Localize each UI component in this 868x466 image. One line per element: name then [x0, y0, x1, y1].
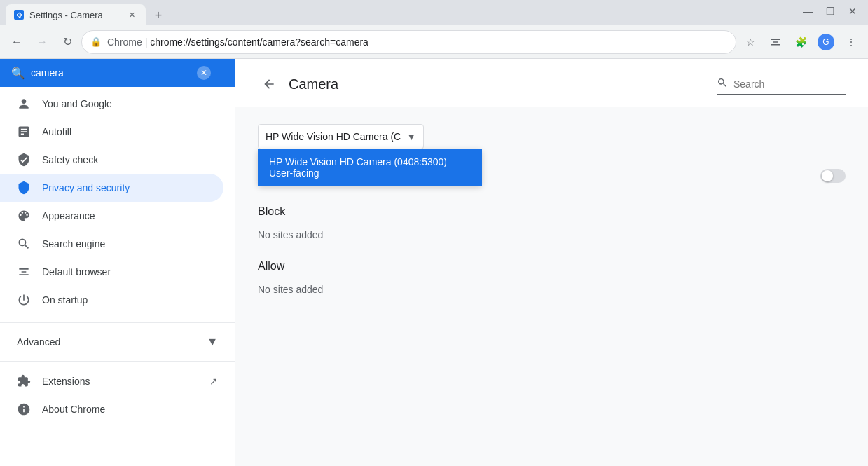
sidebar-item-privacy-and-security[interactable]: Privacy and security: [0, 174, 223, 202]
page-header-left: Camera: [258, 73, 338, 95]
address-protocol: Chrome: [107, 36, 142, 48]
sidebar-item-about-chrome[interactable]: About Chrome: [0, 395, 223, 423]
search-engine-icon: [17, 237, 31, 251]
block-section-title: Block: [258, 205, 846, 218]
close-button[interactable]: ✕: [843, 1, 862, 21]
blocked-toggle[interactable]: [820, 169, 846, 183]
address-bar[interactable]: 🔒 Chrome | chrome://settings/content/cam…: [81, 30, 736, 54]
camera-dropdown-menu: HP Wide Vision HD Camera (0408:5300) Use…: [258, 149, 482, 186]
camera-option-1[interactable]: HP Wide Vision HD Camera (0408:5300) Use…: [258, 149, 482, 186]
sidebar: 🔍 ✕ You and Google: [0, 59, 235, 466]
tab-close-button[interactable]: ✕: [126, 9, 137, 20]
default-browser-icon: [17, 265, 31, 279]
camera-search: [717, 74, 846, 95]
sidebar-nav: You and Google Autofill Safety check: [0, 87, 235, 317]
search-input[interactable]: [31, 67, 190, 78]
page-header: Camera: [235, 59, 868, 107]
chrome-menu-button[interactable]: ⋮: [840, 31, 862, 53]
dropdown-arrow-icon: ▼: [406, 131, 416, 142]
sidebar-item-label: Default browser: [42, 266, 111, 277]
address-text: Chrome | chrome://settings/content/camer…: [107, 36, 727, 48]
about-chrome-icon: [17, 402, 31, 416]
back-button[interactable]: ←: [6, 31, 28, 53]
extensions-button[interactable]: 🧩: [790, 31, 812, 53]
privacy-icon: [17, 181, 31, 195]
search-clear-button[interactable]: ✕: [197, 66, 211, 80]
search-icon: 🔍: [11, 67, 25, 80]
address-url: chrome://settings/content/camera?search=…: [150, 36, 368, 48]
search-input-wrapper: 🔍: [11, 67, 190, 80]
bookmark-button[interactable]: ☆: [739, 31, 762, 53]
sidebar-item-search-engine[interactable]: Search engine: [0, 230, 223, 258]
extensions-nav-icon: [17, 374, 31, 388]
appearance-icon: [17, 209, 31, 223]
reload-button[interactable]: ↻: [56, 31, 78, 53]
active-tab[interactable]: ⚙ Settings - Camera ✕: [6, 4, 146, 25]
sidebar-item-safety-check[interactable]: Safety check: [0, 146, 223, 174]
sidebar-item-label: Privacy and security: [42, 182, 130, 193]
sidebar-item-appearance[interactable]: Appearance: [0, 202, 223, 230]
camera-search-input[interactable]: [733, 78, 846, 90]
sidebar-item-label: Search engine: [42, 238, 105, 249]
sidebar-divider-1: [0, 322, 235, 323]
new-tab-button[interactable]: +: [149, 6, 168, 25]
tab-title: Settings - Camera: [29, 10, 103, 20]
allow-section-title: Allow: [258, 260, 846, 273]
tab-favicon: ⚙: [14, 10, 24, 20]
nav-actions: ☆ 🧩 G ⋮: [739, 31, 862, 53]
autofill-icon: [17, 125, 31, 139]
main-content: Camera HP Wide Vision HD Camera (C ▼: [235, 59, 868, 466]
content-area: HP Wide Vision HD Camera (C ▼ HP Wide Vi…: [235, 107, 868, 317]
chevron-down-icon: ▼: [207, 336, 218, 348]
sidebar-item-label: On startup: [42, 294, 88, 306]
person-icon: [17, 97, 31, 111]
allow-no-sites: No sites added: [258, 278, 846, 301]
camera-selected-text: HP Wide Vision HD Camera (C: [266, 131, 401, 142]
extensions-label: Extensions: [42, 376, 90, 387]
settings-search-bar: 🔍 ✕: [0, 59, 235, 87]
camera-search-icon: [717, 77, 728, 91]
minimize-button[interactable]: —: [798, 1, 818, 21]
sidebar-item-label: Appearance: [42, 210, 95, 221]
camera-back-button[interactable]: [258, 73, 280, 95]
media-button[interactable]: [764, 31, 787, 53]
about-chrome-label: About Chrome: [42, 404, 105, 415]
external-link-icon: ↗: [209, 376, 218, 387]
nav-bar: ← → ↻ 🔒 Chrome | chrome://settings/conte…: [0, 25, 868, 59]
sidebar-item-default-browser[interactable]: Default browser: [0, 258, 223, 286]
sidebar-item-autofill[interactable]: Autofill: [0, 118, 223, 146]
camera-dropdown[interactable]: HP Wide Vision HD Camera (C ▼: [258, 124, 424, 149]
browser-frame: ⚙ Settings - Camera ✕ + — ❐ ✕ ← → ↻ 🔒 Ch…: [0, 0, 868, 466]
advanced-label: Advanced: [17, 336, 60, 348]
title-bar: ⚙ Settings - Camera ✕ + — ❐ ✕: [0, 0, 868, 25]
settings-container: 🔍 ✕ You and Google: [0, 59, 868, 466]
safety-check-icon: [17, 153, 31, 167]
sidebar-item-label: Autofill: [42, 126, 71, 137]
block-no-sites: No sites added: [258, 224, 846, 246]
toggle-thumb: [822, 170, 833, 181]
sidebar-advanced[interactable]: Advanced ▼: [0, 329, 235, 355]
sidebar-divider-2: [0, 361, 235, 362]
camera-page-title: Camera: [289, 76, 338, 92]
forward-button[interactable]: →: [31, 31, 53, 53]
sidebar-item-label: You and Google: [42, 98, 112, 109]
sidebar-extensions[interactable]: Extensions ↗: [0, 367, 235, 395]
maximize-button[interactable]: ❐: [820, 1, 840, 21]
sidebar-item-you-and-google[interactable]: You and Google: [0, 90, 223, 118]
on-startup-icon: [17, 293, 31, 307]
profile-button[interactable]: G: [815, 31, 837, 53]
address-lock-icon: 🔒: [90, 36, 102, 47]
sidebar-item-on-startup[interactable]: On startup: [0, 286, 223, 314]
camera-dropdown-wrapper: HP Wide Vision HD Camera (C ▼ HP Wide Vi…: [258, 124, 424, 149]
sidebar-item-label: Safety check: [42, 154, 98, 165]
